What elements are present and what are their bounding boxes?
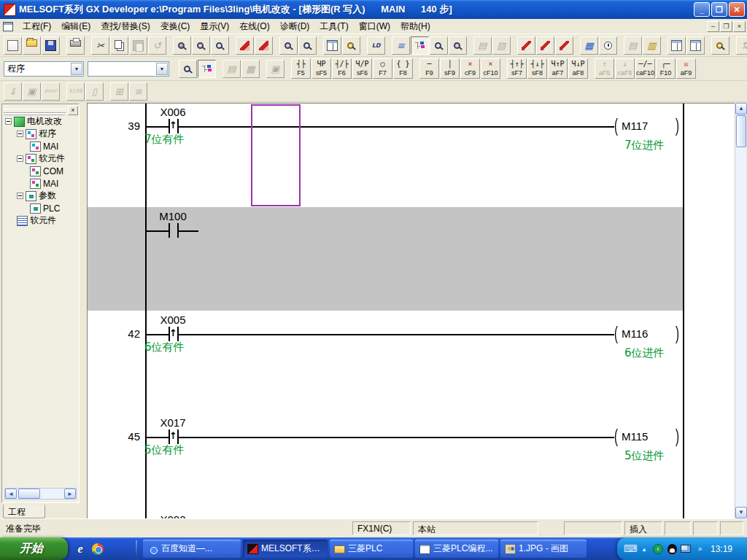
device-init-button[interactable]: ▦ [241, 60, 260, 78]
step-number-button[interactable]: S1S9 [66, 82, 85, 101]
fkey-F8-button[interactable]: { }F8 [393, 58, 413, 79]
menu-edit[interactable]: 编辑(E) [56, 19, 96, 34]
sfc-step-button[interactable]: ▧ [492, 36, 511, 55]
qq-tray-icon[interactable] [666, 543, 678, 555]
sfc-block-button[interactable]: ▤ [473, 36, 492, 55]
window-2-button[interactable] [686, 36, 705, 55]
menu-diagnostics[interactable]: 诊断(D) [275, 19, 315, 34]
sfc-download-button[interactable]: ⇓ [4, 82, 22, 101]
print-button[interactable] [66, 36, 85, 55]
new-button[interactable] [4, 36, 22, 55]
step-stop-button[interactable]: ▤ [624, 36, 642, 55]
open-button[interactable] [23, 36, 41, 55]
child-window-icon[interactable] [3, 22, 13, 31]
chrome-quicklaunch-icon[interactable] [90, 542, 105, 556]
expander-icon[interactable] [17, 131, 23, 137]
contact-bar[interactable] [169, 223, 170, 238]
expander-icon[interactable] [5, 118, 12, 125]
edit-cursor-cell[interactable] [251, 104, 301, 206]
fkey-F7-button[interactable]: ○F7 [373, 58, 392, 79]
forced-on-button[interactable] [536, 36, 554, 55]
ladder-editor[interactable]: 39 X006 ↑ 7位有件 ( M117 ) 7位进件 M100 42 X00… [87, 103, 735, 518]
keyboard-tray-icon[interactable]: ⌨ [624, 543, 636, 555]
child-close-button[interactable]: × [733, 21, 746, 32]
tree-panel-close-button[interactable]: × [68, 106, 78, 115]
find-step-button[interactable] [430, 36, 448, 55]
restore-button[interactable]: ❐ [711, 2, 727, 17]
fkey-caF5-button[interactable]: ↓caF5 [615, 58, 635, 79]
ladder-display-button[interactable]: LD [367, 36, 385, 55]
expander-icon[interactable] [17, 192, 23, 199]
error-jump-button[interactable]: error [42, 82, 60, 101]
menu-view[interactable]: 显示(V) [195, 19, 234, 34]
menu-window[interactable]: 窗口(W) [354, 19, 395, 34]
scrollbar-thumb[interactable] [18, 489, 40, 499]
find-instruction-button[interactable] [449, 36, 467, 55]
fkey-cF9-button[interactable]: ×cF9 [460, 58, 480, 79]
device-search-combo[interactable]: ▼ [88, 61, 169, 77]
comment-edit-button[interactable] [179, 60, 197, 78]
fkey-aF8-button[interactable]: Ч↓РaF8 [568, 58, 588, 79]
sfc-grid-button[interactable]: ⊞ [110, 82, 128, 101]
fkey-F6-button[interactable]: ┤/├F6 [332, 58, 352, 79]
sfc-sort-button[interactable]: ≡ [129, 82, 147, 101]
coil-device[interactable]: M117 [622, 120, 648, 132]
hide-icons-arrow-icon[interactable]: ▴ [638, 543, 650, 555]
menu-online[interactable]: 在线(O) [234, 19, 274, 34]
scroll-right-arrow-icon[interactable]: ► [64, 489, 76, 499]
project-tab[interactable]: 工程 [3, 505, 45, 518]
coil-device[interactable]: M115 [622, 430, 648, 443]
tree-item-main-program[interactable]: MAI [2, 140, 79, 152]
menu-tools[interactable]: 工具(T) [314, 19, 353, 34]
clock[interactable]: 13:19 [711, 544, 732, 554]
fkey-sF6-button[interactable]: Ч/РsF6 [352, 58, 372, 79]
menu-convert[interactable]: 变换(C) [155, 19, 196, 34]
step-run-button[interactable]: ▥ [643, 36, 661, 55]
network-tray-icon[interactable] [680, 543, 692, 555]
combo-dropdown-arrow-icon[interactable]: ▼ [156, 63, 168, 75]
scroll-left-arrow-icon[interactable]: ◄ [5, 489, 17, 499]
cut-button[interactable]: ✂ [91, 36, 109, 55]
batch-monitor-button[interactable]: ▦ [580, 36, 598, 55]
fkey-F9-button[interactable]: ─F9 [419, 58, 439, 79]
device-test-button[interactable] [517, 36, 535, 55]
sfc-monitor-button[interactable]: ▯ [85, 82, 104, 101]
expander-icon[interactable] [17, 155, 23, 162]
tree-item-parameter[interactable]: 参数 [2, 190, 79, 202]
forced-off-button[interactable] [555, 36, 573, 55]
monitor-zoom-button[interactable] [711, 36, 729, 55]
fkey-caF10-button[interactable]: ─/─caF10 [635, 58, 655, 79]
fkey-cF10-button[interactable]: ×cF10 [481, 58, 500, 79]
tree-item-project-root[interactable]: 电机改改 [2, 115, 79, 128]
paste-button[interactable] [129, 36, 147, 55]
sfc-block-list-button[interactable]: ▣ [23, 82, 41, 101]
task-plc-document[interactable]: 三菱PLC编程... [415, 540, 498, 558]
start-button[interactable]: 开始 [0, 537, 68, 560]
window-1-button[interactable] [667, 36, 686, 55]
task-baidu-zhidao[interactable]: 百度知道—... [143, 540, 241, 558]
signal-tray-icon[interactable]: » [694, 543, 705, 555]
project-tree-toggle-button[interactable] [411, 36, 429, 55]
browser-tray-icon[interactable]: ‹ [652, 543, 664, 555]
minimize-button[interactable]: _ [694, 2, 710, 17]
fkey-F10-button[interactable]: ┌─F10 [656, 58, 676, 79]
find-replace-button[interactable] [192, 36, 210, 55]
close-button[interactable]: ✕ [729, 2, 745, 17]
tree-item-comment[interactable]: COM [2, 165, 79, 177]
tree-item-device-memory[interactable]: 软元件 [2, 214, 79, 227]
scroll-down-arrow-icon[interactable]: ▼ [735, 507, 747, 518]
scroll-up-arrow-icon[interactable]: ▲ [735, 103, 747, 114]
menu-find-replace[interactable]: 查找/替换(S) [96, 19, 155, 34]
vertical-scrollbar[interactable]: ▲ ▼ [735, 103, 746, 518]
fkey-aF5-button[interactable]: ↑aF5 [595, 58, 614, 79]
write-mode-button[interactable] [236, 36, 254, 55]
scrollbar-thumb[interactable] [736, 115, 746, 147]
fkey-F5-button[interactable]: ┤├F5 [291, 58, 311, 79]
rise-search-button[interactable]: ⇅ [736, 36, 747, 55]
verify-button[interactable]: ▣ [266, 60, 285, 78]
melsoft-app-icon[interactable] [4, 4, 16, 16]
program-check-button[interactable] [342, 36, 360, 55]
zoom-monitor-button[interactable] [298, 36, 317, 55]
undo-button[interactable]: ↺ [148, 36, 166, 55]
combo-dropdown-arrow-icon[interactable]: ▼ [71, 63, 82, 75]
